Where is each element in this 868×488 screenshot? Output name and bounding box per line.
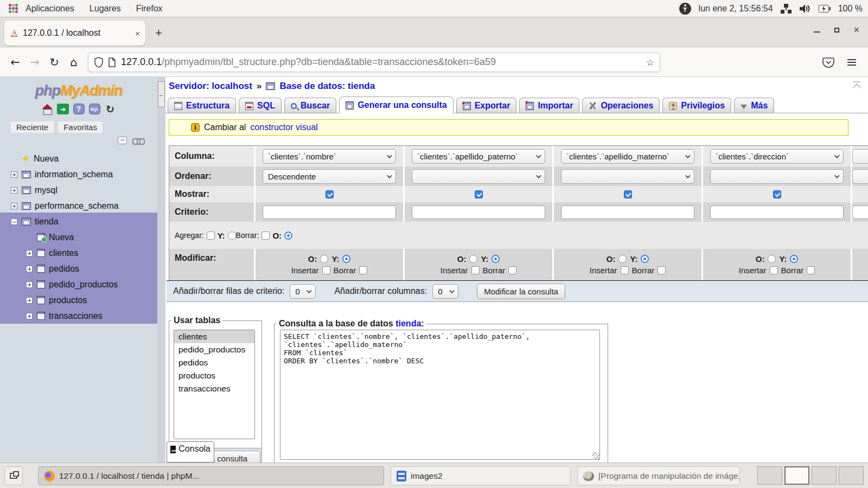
refresh-icon[interactable]: ↻ bbox=[104, 103, 116, 115]
insert-checkbox[interactable] bbox=[471, 266, 480, 274]
workspace-2[interactable] bbox=[784, 466, 809, 485]
sql-help-icon[interactable]: SQL bbox=[88, 103, 100, 115]
column-select-4[interactable]: `clientes`.`direccion` bbox=[710, 149, 844, 164]
cols-count-select[interactable]: 0 bbox=[432, 284, 458, 299]
back-button[interactable]: ← bbox=[5, 56, 25, 69]
forward-button[interactable]: → bbox=[25, 56, 44, 69]
url-text[interactable]: 127.0.0.1/phpmyadmin/tbl_structure.php?d… bbox=[121, 56, 646, 68]
column-select-3[interactable]: `clientes`.`apellido_materno` bbox=[561, 149, 694, 164]
tree-item-information-schema[interactable]: information_schema bbox=[0, 166, 157, 182]
link-with-main-icon[interactable] bbox=[132, 138, 143, 143]
tab-sql[interactable]: SQL bbox=[239, 98, 282, 113]
delete-checkbox[interactable] bbox=[359, 266, 367, 274]
pma-logo[interactable]: phpMyAdmin bbox=[0, 82, 157, 99]
expand-icon[interactable] bbox=[11, 171, 17, 178]
collapse-icon[interactable] bbox=[11, 219, 17, 225]
menu-firefox[interactable]: Firefox bbox=[129, 4, 170, 14]
delete-checkbox[interactable] bbox=[508, 266, 516, 274]
workspace-3[interactable] bbox=[812, 466, 837, 485]
list-item-transacciones[interactable]: transacciones bbox=[174, 382, 254, 395]
pocket-icon[interactable] bbox=[822, 57, 834, 68]
db-link[interactable]: tienda bbox=[395, 319, 421, 328]
tree-item-performance-schema[interactable]: performance_schema bbox=[0, 198, 157, 214]
sort-select-4[interactable] bbox=[710, 169, 844, 184]
tree-item-pedidos[interactable]: pedidos bbox=[0, 261, 157, 277]
show-desktop-button[interactable] bbox=[4, 466, 23, 485]
expand-icon[interactable] bbox=[26, 297, 33, 304]
column-select-1[interactable]: `clientes`.`nombre` bbox=[263, 149, 396, 164]
visual-builder-link[interactable]: constructor visual bbox=[250, 123, 318, 132]
menu-lugares[interactable]: Lugares bbox=[82, 4, 129, 14]
tab-exportar[interactable]: Exportar bbox=[456, 98, 517, 113]
sort-select-5-partial[interactable] bbox=[852, 169, 868, 184]
delete-checkbox[interactable] bbox=[658, 266, 666, 274]
list-item-clientes[interactable]: clientes bbox=[174, 330, 254, 343]
update-query-button[interactable]: Modificar la consulta bbox=[477, 284, 565, 299]
browser-tab[interactable]: PMA 127.0.0.1 / localhost × bbox=[4, 21, 145, 46]
tab-close-icon[interactable]: × bbox=[135, 29, 140, 38]
show-checkbox-1[interactable] bbox=[326, 190, 334, 198]
tables-listbox[interactable]: clientes pedido_productos pedidos produc… bbox=[174, 330, 255, 439]
tree-item-productos[interactable]: productos bbox=[0, 292, 157, 308]
list-item-pedido-productos[interactable]: pedido_productos bbox=[174, 343, 254, 356]
hide-navigation-button[interactable]: ← bbox=[158, 81, 165, 107]
scroll-top-icon[interactable] bbox=[852, 81, 863, 90]
bookmark-star-icon[interactable]: ☆ bbox=[646, 57, 654, 68]
show-checkbox-3[interactable] bbox=[624, 190, 632, 198]
home-button[interactable]: ⌂ bbox=[64, 56, 84, 69]
tree-item-new-table[interactable]: Nueva bbox=[0, 229, 157, 245]
taskbar-window-firefox[interactable]: 127.0.0.1 / localhost / tienda | phpM... bbox=[38, 466, 384, 485]
taskbar-window-images2[interactable]: images2 bbox=[391, 466, 571, 485]
criteria-input-1[interactable] bbox=[263, 206, 396, 219]
list-item-productos[interactable]: productos bbox=[174, 369, 254, 382]
logout-icon[interactable]: ➜ bbox=[57, 103, 69, 115]
delete-checkbox[interactable] bbox=[807, 266, 815, 274]
tree-item-new-database[interactable]: Nueva bbox=[0, 151, 157, 166]
tab-mas[interactable]: Más bbox=[734, 98, 774, 113]
show-checkbox-2[interactable] bbox=[475, 190, 483, 198]
show-checkbox-4[interactable] bbox=[773, 190, 781, 198]
sidebar-resizer[interactable]: ← bbox=[157, 77, 165, 463]
criteria-input-4[interactable] bbox=[710, 206, 844, 219]
network-icon[interactable] bbox=[781, 4, 792, 14]
tree-item-pedido-productos[interactable]: pedido_productos bbox=[0, 277, 157, 292]
shield-permissions-icon[interactable] bbox=[94, 57, 104, 68]
ins-checkbox[interactable] bbox=[207, 232, 215, 240]
tab-estructura[interactable]: Estructura bbox=[168, 98, 236, 113]
clock[interactable]: lun ene 2, 15:56:54 bbox=[699, 4, 773, 14]
criteria-input-3[interactable] bbox=[561, 206, 694, 219]
expand-icon[interactable] bbox=[26, 281, 33, 288]
list-item-pedidos[interactable]: pedidos bbox=[174, 356, 254, 369]
breadcrumb-server-link[interactable]: Servidor: localhost bbox=[169, 81, 252, 92]
panel-tab-reciente[interactable]: Reciente bbox=[11, 121, 54, 133]
expand-icon[interactable] bbox=[11, 203, 17, 209]
tree-item-transacciones[interactable]: transacciones bbox=[0, 308, 157, 324]
insert-checkbox[interactable] bbox=[770, 266, 778, 274]
volume-icon[interactable] bbox=[799, 3, 811, 14]
tab-buscar[interactable]: Buscar bbox=[284, 98, 336, 113]
expand-icon[interactable] bbox=[26, 313, 33, 319]
sort-select-3[interactable] bbox=[561, 169, 694, 184]
tree-item-clientes[interactable]: clientes bbox=[0, 245, 157, 261]
console-bar[interactable]: Consola bbox=[167, 441, 214, 463]
insert-checkbox[interactable] bbox=[621, 266, 629, 274]
and-radio[interactable] bbox=[492, 255, 500, 263]
window-maximize-button[interactable] bbox=[834, 28, 839, 33]
or-radio[interactable] bbox=[469, 255, 477, 263]
tab-importar[interactable]: Importar bbox=[519, 98, 579, 113]
menu-aplicaciones[interactable]: Aplicaciones bbox=[18, 4, 82, 14]
tab-operaciones[interactable]: Operaciones bbox=[582, 98, 660, 113]
window-close-button[interactable]: × bbox=[853, 27, 859, 33]
expand-icon[interactable] bbox=[26, 250, 33, 256]
window-minimize-button[interactable] bbox=[814, 31, 820, 33]
or-radio[interactable] bbox=[768, 255, 776, 263]
workspace-4[interactable] bbox=[839, 466, 864, 485]
home-icon[interactable] bbox=[41, 103, 53, 115]
column-select-2[interactable]: `clientes`.`apellido_paterno` bbox=[412, 149, 545, 164]
sql-textarea[interactable]: SELECT `clientes`.`nombre`, `clientes`.`… bbox=[280, 330, 600, 460]
tree-item-tienda[interactable]: tienda bbox=[0, 214, 157, 229]
criteria-input-5-partial[interactable] bbox=[852, 206, 868, 219]
sort-select-1[interactable]: Descendente bbox=[263, 169, 396, 184]
reload-button[interactable]: ↻ bbox=[44, 56, 64, 69]
menu-hamburger-icon[interactable] bbox=[847, 59, 856, 60]
